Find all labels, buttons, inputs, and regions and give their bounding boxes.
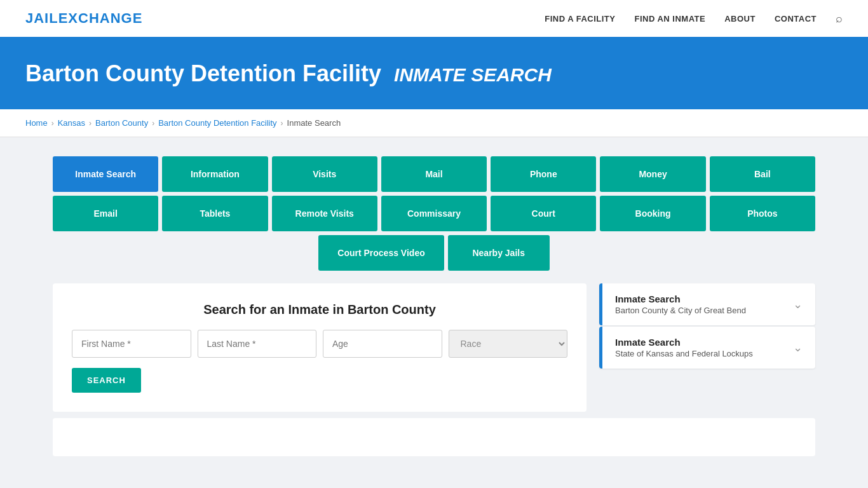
brand-logo[interactable]: JAILEXCHANGE: [25, 10, 142, 27]
chevron-down-icon-2: ⌄: [793, 341, 803, 355]
tab-booking[interactable]: Booking: [600, 196, 705, 231]
bottom-content-placeholder: [53, 418, 815, 456]
breadcrumb-current: Inmate Search: [287, 118, 341, 128]
tab-court-process-video[interactable]: Court Process Video: [318, 235, 444, 271]
nav-item-find-facility[interactable]: FIND A FACILITY: [545, 13, 615, 24]
sidebar-card-kansas: Inmate Search State of Kansas and Federa…: [599, 327, 815, 369]
tab-commissary[interactable]: Commissary: [381, 196, 487, 231]
page-title: Barton County Detention Facility INMATE …: [25, 60, 843, 87]
sidebar-card-barton: Inmate Search Barton County & City of Gr…: [599, 283, 815, 325]
sidebar-card-barton-label: Inmate Search: [615, 294, 746, 304]
search-button[interactable]: SEARCH: [72, 368, 141, 393]
tab-email[interactable]: Email: [53, 196, 158, 231]
nav-item-about[interactable]: ABOUT: [724, 13, 756, 24]
sidebar-card-barton-header[interactable]: Inmate Search Barton County & City of Gr…: [599, 283, 815, 325]
tab-bail[interactable]: Bail: [710, 156, 815, 192]
tab-court[interactable]: Court: [491, 196, 596, 231]
tab-phone[interactable]: Phone: [491, 156, 596, 192]
breadcrumb-home[interactable]: Home: [25, 118, 48, 128]
tabs-row-1: Inmate Search Information Visits Mail Ph…: [53, 156, 815, 192]
age-input[interactable]: [323, 330, 442, 358]
breadcrumb-facility[interactable]: Barton County Detention Facility: [158, 118, 276, 128]
tab-visits[interactable]: Visits: [272, 156, 377, 192]
race-select[interactable]: Race White Black Hispanic Asian Other: [449, 330, 568, 358]
chevron-down-icon: ⌄: [793, 297, 803, 311]
tabs-row-2: Email Tablets Remote Visits Commissary C…: [53, 196, 815, 231]
hero-section: Barton County Detention Facility INMATE …: [0, 38, 868, 109]
search-card-title: Search for an Inmate in Barton County: [72, 302, 567, 317]
search-inputs: Race White Black Hispanic Asian Other: [72, 330, 567, 358]
navbar: JAILEXCHANGE FIND A FACILITY FIND AN INM…: [0, 0, 868, 38]
tab-money[interactable]: Money: [600, 156, 705, 192]
brand-name-part2: EXCHANGE: [58, 10, 143, 26]
breadcrumb-sep-3: ›: [152, 119, 154, 128]
sidebar-card-kansas-header[interactable]: Inmate Search State of Kansas and Federa…: [599, 327, 815, 369]
tabs-row-3: Court Process Video Nearby Jails: [53, 235, 815, 271]
sidebar-card-kansas-subtitle: State of Kansas and Federal Lockups: [615, 349, 753, 358]
sidebar: Inmate Search Barton County & City of Gr…: [599, 283, 815, 370]
tab-photos[interactable]: Photos: [710, 196, 815, 231]
breadcrumb: Home › Kansas › Barton County › Barton C…: [0, 109, 868, 137]
sidebar-card-kansas-title: Inmate Search State of Kansas and Federa…: [615, 337, 753, 358]
main-content: Inmate Search Information Visits Mail Ph…: [27, 137, 841, 475]
last-name-input[interactable]: [198, 330, 317, 358]
tab-remote-visits[interactable]: Remote Visits: [272, 196, 377, 231]
tab-information[interactable]: Information: [162, 156, 268, 192]
breadcrumb-barton-county[interactable]: Barton County: [95, 118, 148, 128]
sidebar-card-barton-subtitle: Barton County & City of Great Bend: [615, 306, 746, 315]
brand-name-part1: JAIL: [25, 10, 58, 26]
breadcrumb-sep-4: ›: [281, 119, 283, 128]
nav-links: FIND A FACILITY FIND AN INMATE ABOUT CON…: [545, 12, 843, 25]
sidebar-card-kansas-label: Inmate Search: [615, 337, 753, 348]
tab-inmate-search[interactable]: Inmate Search: [53, 156, 158, 192]
tab-tablets[interactable]: Tablets: [162, 196, 268, 231]
search-icon[interactable]: ⌕: [836, 12, 843, 25]
search-card: Search for an Inmate in Barton County Ra…: [53, 283, 587, 412]
sidebar-card-barton-title: Inmate Search Barton County & City of Gr…: [615, 294, 746, 315]
tab-nearby-jails[interactable]: Nearby Jails: [448, 235, 550, 271]
hero-title-italic: INMATE SEARCH: [394, 64, 552, 85]
breadcrumb-sep-1: ›: [51, 119, 54, 128]
breadcrumb-sep-2: ›: [89, 119, 92, 128]
breadcrumb-kansas[interactable]: Kansas: [58, 118, 85, 128]
hero-title-main: Barton County Detention Facility: [25, 60, 381, 86]
nav-item-contact[interactable]: CONTACT: [775, 13, 817, 24]
content-area: Search for an Inmate in Barton County Ra…: [53, 283, 815, 412]
nav-item-find-inmate[interactable]: FIND AN INMATE: [634, 13, 705, 24]
tab-mail[interactable]: Mail: [381, 156, 487, 192]
first-name-input[interactable]: [72, 330, 191, 358]
